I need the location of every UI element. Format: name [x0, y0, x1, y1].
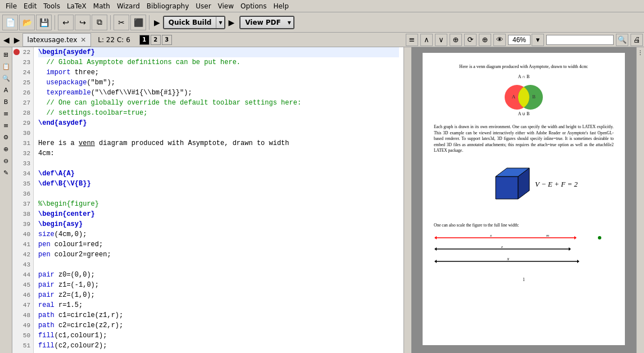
- pdf-page-number: 1: [434, 277, 614, 282]
- line-numbers: 2223242526272829303132333435363738394041…: [12, 47, 34, 353]
- structure-icon[interactable]: ≡: [406, 34, 418, 46]
- code-line-text-47: real r=1.5;: [38, 300, 83, 310]
- pdf-search-input[interactable]: [546, 35, 614, 45]
- code-line-30: [38, 128, 399, 138]
- code-line-text-28: // settings.toolbar=true;: [38, 108, 147, 118]
- copy-button[interactable]: ⬛: [130, 15, 146, 30]
- undo-button[interactable]: ↩: [58, 15, 74, 30]
- search-button[interactable]: 🔍: [616, 34, 628, 46]
- menu-tools[interactable]: Tools: [40, 1, 64, 11]
- page-buttons: 1 2 3: [139, 35, 172, 45]
- new-file-button[interactable]: 📄: [2, 15, 18, 30]
- menu-options[interactable]: Options: [237, 1, 270, 11]
- code-content[interactable]: \begin{asydef} // Global Asymptote defin…: [34, 47, 403, 353]
- redo-button[interactable]: ↪: [75, 15, 90, 30]
- code-line-47: real r=1.5;: [38, 300, 399, 310]
- code-line-text-23: // Global Asymptote definitions can be p…: [38, 57, 241, 67]
- ruler-arrow-left-3: [434, 260, 437, 263]
- editor-tab[interactable]: latexusage.tex ✕: [22, 33, 92, 47]
- quick-build-group: Quick Build ▾: [163, 16, 226, 29]
- code-line-text-24: import three;: [38, 67, 99, 78]
- menu-edit[interactable]: Edit: [20, 1, 40, 11]
- line-number-23: 23: [12, 57, 33, 67]
- cube-front: [496, 176, 518, 199]
- line-number-44: 44: [12, 270, 33, 280]
- menu-help[interactable]: Help: [270, 1, 292, 11]
- cube-container: V − E + F = 2: [434, 160, 614, 217]
- code-line-33: [38, 159, 399, 169]
- menu-user[interactable]: User: [192, 1, 214, 11]
- play-arrow-button[interactable]: ▶: [228, 18, 234, 27]
- sidebar-btn-2[interactable]: 📋: [1, 61, 11, 71]
- line-number-45: 45: [12, 280, 33, 290]
- tab-right-controls: ≡ ∧ ∨ ⊕ ⟳ ⊕ 👁 ▾ 🔍 🖨: [406, 34, 643, 46]
- code-line-text-34: \def\A{A}: [38, 169, 75, 179]
- print-icon[interactable]: 🖨: [631, 34, 643, 46]
- code-line-text-26: texpreamble("\\def\\V#1{\\bm{#1}}");: [38, 88, 192, 98]
- zoom-icon[interactable]: ⊕: [479, 34, 491, 46]
- eye-icon[interactable]: 👁: [493, 34, 506, 46]
- page-3-button[interactable]: 3: [162, 35, 172, 45]
- ruler-arrow-left-1: [434, 236, 437, 239]
- menu-latex[interactable]: LaTeX: [64, 1, 90, 11]
- code-line-44: pair z0=(0,0);: [38, 270, 399, 280]
- view-pdf-button[interactable]: View PDF: [241, 17, 285, 28]
- zoom-input[interactable]: [508, 35, 530, 45]
- line-number-50: 50: [12, 331, 33, 341]
- prev-page-icon[interactable]: ∧: [420, 34, 433, 46]
- sidebar-btn-5[interactable]: B: [1, 97, 11, 107]
- quick-build-button[interactable]: Quick Build: [164, 17, 217, 28]
- save-file-button[interactable]: 💾: [36, 15, 52, 30]
- copy-file-button[interactable]: ⧉: [92, 15, 107, 30]
- line-number-47: 47: [12, 300, 33, 310]
- sidebar-btn-4[interactable]: A: [1, 85, 11, 95]
- code-line-49: path c2=circle(z2,r);: [38, 320, 399, 331]
- run-arrow-button[interactable]: ▶: [154, 18, 160, 27]
- sidebar-btn-9[interactable]: ⊕: [1, 144, 11, 154]
- code-line-50: fill(c1,colour1);: [38, 331, 399, 341]
- venn-diagram: A ∩ B A B A ∪ B: [434, 74, 614, 120]
- sidebar-btn-8[interactable]: ⚙: [1, 132, 11, 142]
- code-line-text-51: fill(c2,colour2);: [38, 341, 107, 351]
- next-page-icon[interactable]: ∨: [435, 34, 447, 46]
- line-number-30: 30: [12, 128, 33, 138]
- open-file-button[interactable]: 📂: [19, 15, 35, 30]
- sync-icon[interactable]: ⟳: [464, 34, 477, 46]
- tab-prev-button[interactable]: ◀: [1, 35, 12, 44]
- zoom-dropdown[interactable]: ▾: [532, 34, 544, 46]
- right-strip-btn[interactable]: ⋮: [638, 49, 643, 56]
- code-line-text-32: 4cm:: [38, 148, 55, 159]
- cut-button[interactable]: ✂: [114, 15, 129, 30]
- menu-math[interactable]: Math: [90, 1, 114, 11]
- sidebar-btn-1[interactable]: ⊞: [1, 49, 11, 60]
- page-1-button[interactable]: 1: [139, 35, 149, 45]
- ruler-arrow-right-2: [569, 247, 571, 251]
- sidebar-btn-6[interactable]: ≡: [1, 108, 11, 119]
- view-pdf-dropdown[interactable]: ▾: [285, 17, 293, 28]
- sidebar-btn-3[interactable]: 🔍: [1, 73, 11, 83]
- fit-icon[interactable]: ⊕: [450, 34, 462, 46]
- ruler-lines-svg: x m z X: [434, 232, 608, 271]
- vertical-scrollbar[interactable]: [403, 47, 411, 353]
- sidebar-btn-7[interactable]: ≡: [1, 120, 11, 130]
- sidebar-btn-11[interactable]: ✎: [1, 168, 11, 178]
- line-number-26: 26: [12, 88, 33, 98]
- menu-file[interactable]: File: [2, 1, 20, 11]
- menu-bibliography[interactable]: Bibliography: [143, 1, 192, 11]
- menu-wizard[interactable]: Wizard: [114, 1, 143, 11]
- quick-build-dropdown[interactable]: ▾: [216, 17, 224, 28]
- code-line-text-50: fill(c1,colour1);: [38, 331, 107, 341]
- menu-view[interactable]: View: [215, 1, 237, 11]
- line-number-48: 48: [12, 310, 33, 320]
- code-line-23: // Global Asymptote definitions can be p…: [38, 57, 399, 67]
- code-line-41: pen colour1=red;: [38, 239, 399, 250]
- code-line-29: \end{asydef}: [38, 118, 399, 128]
- page-2-button[interactable]: 2: [151, 35, 161, 45]
- line-number-27: 27: [12, 98, 33, 108]
- sidebar-btn-10[interactable]: ⊖: [1, 156, 11, 166]
- line-number-34: 34: [12, 169, 33, 179]
- left-sidebar: ⊞ 📋 🔍 A B ≡ ≡ ⚙ ⊕ ⊖ ✎: [0, 47, 12, 353]
- tab-next-button[interactable]: ▶: [12, 35, 22, 44]
- code-pane[interactable]: \begin{asydef} // Global Asymptote defin…: [34, 47, 403, 353]
- tab-close-button[interactable]: ✕: [80, 36, 86, 44]
